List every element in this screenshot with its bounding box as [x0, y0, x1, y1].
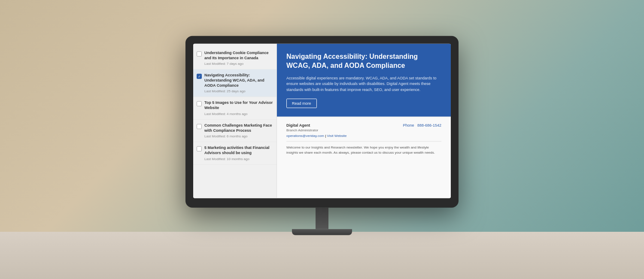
monitor: Understanding Cookie Compliance and Its …	[185, 36, 459, 235]
footer-top: Digital Agent Branch Administrator opera…	[286, 123, 441, 138]
item-title: Top 5 Images to Use for Your Advisor Web…	[204, 100, 273, 110]
article-body: Accessible digital experiences are manda…	[286, 75, 441, 93]
item-title: Common Challenges Marketing Face with Co…	[204, 123, 273, 133]
list-item-item-4[interactable]: Common Challenges Marketing Face with Co…	[193, 120, 276, 142]
article-header: Navigating Accessibility: Understanding …	[277, 44, 451, 117]
item-checkbox[interactable]	[197, 146, 202, 152]
phone-number: Phone 888-686-1542	[403, 123, 441, 127]
phone-label: Phone	[403, 123, 414, 127]
website-link[interactable]: Visit Website	[327, 134, 347, 138]
item-meta: Last Modified: 6 months ago	[204, 134, 273, 140]
item-content: Top 5 Images to Use for Your Advisor Web…	[204, 100, 273, 117]
footer-links: operations@veriday.com | Visit Website	[286, 134, 347, 138]
item-checkbox[interactable]	[197, 101, 202, 106]
item-checkbox[interactable]	[197, 52, 202, 57]
desk-surface	[0, 232, 644, 279]
footer-card: Digital Agent Branch Administrator opera…	[277, 117, 451, 198]
item-content: Common Challenges Marketing Face with Co…	[204, 123, 273, 140]
item-checkbox[interactable]	[197, 124, 202, 129]
main-content-panel: Navigating Accessibility: Understanding …	[277, 44, 451, 198]
company-name: Digital Agent	[286, 123, 347, 127]
company-role: Branch Administrator	[286, 128, 347, 132]
item-meta: Last Modified: 10 months ago	[204, 157, 273, 162]
monitor-stand-neck	[316, 208, 328, 229]
list-item-item-1[interactable]: Understanding Cookie Compliance and Its …	[193, 47, 276, 70]
item-checkbox[interactable]	[197, 74, 202, 79]
item-meta: Last Modified: 4 months ago	[204, 112, 273, 118]
item-title: Navigating Accessibility: Understanding …	[204, 73, 273, 88]
monitor-bezel: Understanding Cookie Compliance and Its …	[185, 36, 459, 208]
email-link[interactable]: operations@veriday.com	[286, 134, 324, 138]
item-content: 5 Marketing activities that Financial Ad…	[204, 146, 273, 162]
item-content: Navigating Accessibility: Understanding …	[204, 73, 273, 95]
article-list-sidebar: Understanding Cookie Compliance and Its …	[193, 44, 277, 198]
article-title: Navigating Accessibility: Understanding …	[286, 52, 441, 70]
list-item-item-3[interactable]: Top 5 Images to Use for Your Advisor Web…	[193, 97, 276, 119]
monitor-screen: Understanding Cookie Compliance and Its …	[193, 44, 451, 198]
list-item-item-5[interactable]: 5 Marketing activities that Financial Ad…	[193, 142, 276, 164]
item-meta: Last Modified: 7 days ago	[204, 62, 273, 67]
item-content: Understanding Cookie Compliance and Its …	[204, 51, 273, 67]
item-title: Understanding Cookie Compliance and Its …	[204, 51, 273, 61]
read-more-button[interactable]: Read more	[286, 99, 317, 108]
footer-description: Welcome to our Insights and Research new…	[286, 141, 441, 155]
item-title: 5 Marketing activities that Financial Ad…	[204, 146, 273, 155]
item-meta: Last Modified: 25 days ago	[204, 89, 273, 95]
phone-value: 888-686-1542	[417, 123, 441, 127]
company-info: Digital Agent Branch Administrator opera…	[286, 123, 347, 138]
monitor-stand-base	[292, 229, 352, 235]
phone-info: Phone 888-686-1542	[403, 123, 441, 127]
list-item-item-2[interactable]: Navigating Accessibility: Understanding …	[193, 70, 276, 97]
